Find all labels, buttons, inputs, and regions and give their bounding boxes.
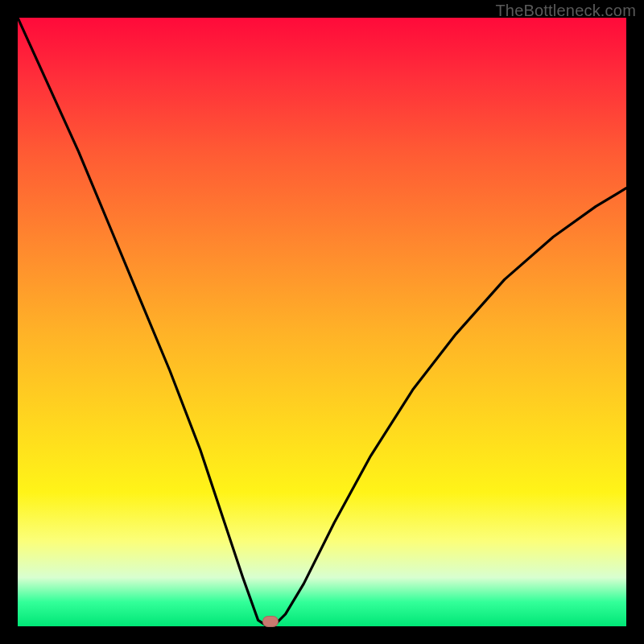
optimal-marker bbox=[262, 616, 279, 627]
watermark-text: TheBottleneck.com bbox=[495, 2, 636, 20]
bottleneck-curve bbox=[18, 18, 626, 626]
plot-area bbox=[18, 18, 626, 626]
curve-path bbox=[18, 18, 626, 626]
chart-frame: TheBottleneck.com bbox=[0, 0, 644, 644]
